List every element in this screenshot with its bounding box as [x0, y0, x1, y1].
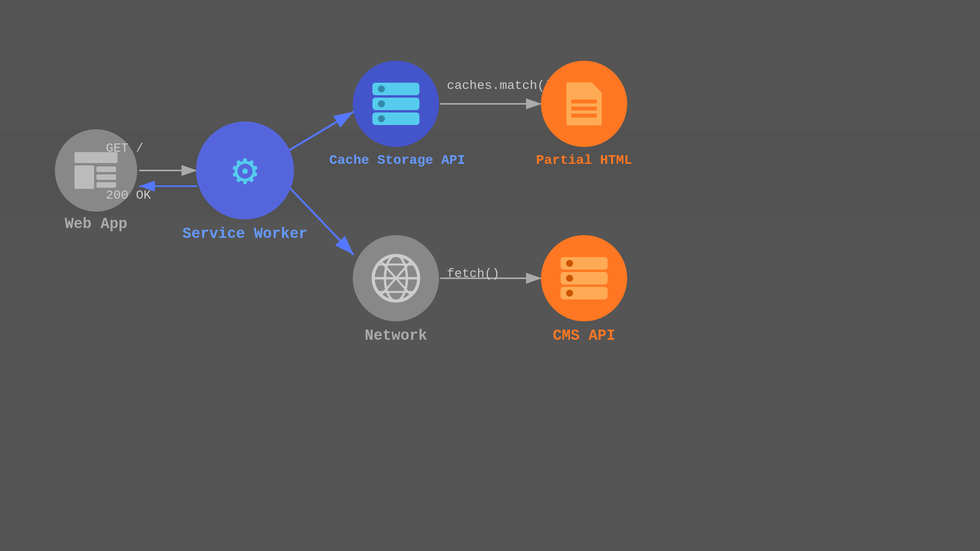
fetch-label: fetch() [447, 266, 499, 281]
network-label: Network [337, 327, 455, 344]
web-app-icon [74, 152, 118, 189]
partial-html-label: Partial HTML [514, 153, 655, 168]
background-band [0, 129, 980, 216]
cache-storage-label: Cache Storage API [329, 153, 463, 168]
service-worker-label: Service Worker [169, 225, 321, 242]
partial-html-node [541, 61, 627, 147]
get-label: GET / [106, 141, 143, 156]
web-app-label: Web App [55, 216, 137, 232]
globe-icon [370, 253, 421, 304]
cms-api-label: CMS API [529, 327, 639, 344]
doc-icon [566, 82, 602, 125]
cms-db-icon [561, 257, 608, 299]
network-node [353, 235, 439, 321]
cache-storage-node [353, 61, 439, 147]
gear-icon: ⚙ [232, 144, 258, 197]
cms-api-node [541, 235, 627, 321]
service-worker-node: ⚙ [196, 121, 294, 219]
ok-label: 200 OK [106, 188, 151, 203]
caches-match-label: caches.match() [447, 78, 552, 93]
cache-db-icon [372, 83, 419, 125]
